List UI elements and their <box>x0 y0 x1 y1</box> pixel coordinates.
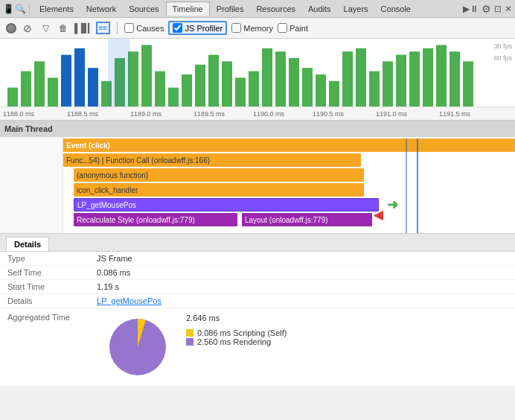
bar-chart-icon: ▌▊▎ <box>74 23 95 34</box>
time-label-7: 1191.5 ms <box>439 110 470 118</box>
svg-rect-20 <box>275 51 286 107</box>
legend-scripting: 0.086 ms Scripting (Self) <box>186 328 287 337</box>
svg-rect-24 <box>329 81 339 107</box>
flame-icon-handler[interactable]: icon_click_handler <box>74 183 364 197</box>
svg-rect-26 <box>356 48 366 107</box>
memory-check[interactable] <box>231 23 241 33</box>
tab-layers[interactable]: Layers <box>338 2 374 16</box>
tab-profiles[interactable]: Profiles <box>211 2 250 16</box>
tab-elements[interactable]: Elements <box>33 2 80 16</box>
time-label-5: 1190.5 ms <box>313 110 344 118</box>
filter-icon[interactable]: ▽ <box>39 22 52 35</box>
mobile-icon[interactable]: 📱 <box>3 4 14 14</box>
flame-recalc-style[interactable]: Recalculate Style (onloadwff.js:779) <box>74 213 237 226</box>
legend-rendering: 2.560 ms Rendering <box>186 337 287 346</box>
memory-checkbox[interactable]: Memory <box>231 23 273 33</box>
details-table: Type JS Frame Self Time 0.086 ms Start T… <box>0 252 515 386</box>
rendering-dot <box>186 338 193 346</box>
separator-1 <box>117 22 118 34</box>
svg-rect-18 <box>249 71 259 107</box>
pie-legend-area: 2.646 ms 0.086 ms Scripting (Self) 2.560… <box>186 314 287 346</box>
flame-func-call[interactable]: Func...54) | Function Call (onloadwff.js… <box>63 153 361 167</box>
svg-rect-19 <box>262 48 272 107</box>
selection-overlay <box>108 39 130 107</box>
details-tabs: Details <box>0 234 515 252</box>
details-row-details: Details LP_getMousePos <box>0 294 515 308</box>
record-button[interactable] <box>6 23 16 34</box>
svg-rect-1 <box>21 71 31 107</box>
js-profiler-checkbox-box[interactable]: JS Profiler <box>168 21 227 35</box>
flame-lp-getmousepos[interactable]: LP_getMousePos <box>74 198 379 211</box>
svg-rect-32 <box>436 45 447 107</box>
tab-console[interactable]: Console <box>375 2 417 16</box>
details-row-starttime: Start Time 1.19 s <box>0 280 515 294</box>
label-starttime: Start Time <box>0 280 89 294</box>
flame-anon-func[interactable]: (anonymous function) <box>74 168 364 182</box>
clear-icon[interactable]: ⊘ <box>21 22 34 35</box>
vline-1 <box>406 139 407 233</box>
svg-rect-14 <box>195 65 205 107</box>
timeline-toolbar: ⊘ ▽ 🗑 ▌▊▎ ≡≡ Causes JS Profiler Memory P… <box>0 18 515 39</box>
details-tab[interactable]: Details <box>6 237 49 251</box>
lp-getmousepos-link[interactable]: LP_getMousePos <box>97 296 161 305</box>
svg-rect-2 <box>34 61 45 107</box>
paint-checkbox[interactable]: Paint <box>278 23 308 33</box>
time-label-4: 1190.0 ms <box>253 110 284 118</box>
value-type: JS Frame <box>89 252 515 266</box>
svg-rect-0 <box>7 88 18 107</box>
svg-rect-22 <box>302 68 313 107</box>
time-ruler: 1188.0 ms 1188.5 ms 1189.0 ms 1189.5 ms … <box>0 106 515 120</box>
close-icon[interactable]: ✕ <box>505 4 512 14</box>
paint-check[interactable] <box>278 23 287 33</box>
value-details[interactable]: LP_getMousePos <box>89 294 515 308</box>
flame-layout[interactable]: Layout (onloadwff.js:779) <box>242 213 372 226</box>
js-profiler-check[interactable] <box>173 23 182 33</box>
run-icon[interactable]: ▶⏸ <box>463 4 479 14</box>
svg-rect-33 <box>450 51 460 107</box>
pointer-arrow: ◀ <box>374 208 383 222</box>
fps-chart: 30 fps 60 fps 1188.0 ms 1188.5 ms 1189.0… <box>0 39 515 121</box>
value-selftime: 0.086 ms <box>89 266 515 280</box>
tab-sources[interactable]: Sources <box>123 2 164 16</box>
causes-checkbox[interactable]: Causes <box>124 23 164 33</box>
pie-section: 2.646 ms 0.086 ms Scripting (Self) 2.560… <box>97 311 508 384</box>
svg-rect-10 <box>141 45 152 107</box>
dock-icon[interactable]: ⊡ <box>494 4 502 14</box>
details-panel: Details Type JS Frame Self Time 0.086 ms… <box>0 234 515 386</box>
timeline-view-icon[interactable]: ≡≡ <box>96 22 111 34</box>
label-aggregated: Aggregated Time <box>0 308 89 386</box>
label-type: Type <box>0 252 89 266</box>
tab-audits[interactable]: Audits <box>302 2 337 16</box>
label-details: Details <box>0 294 89 308</box>
details-row-type: Type JS Frame <box>0 252 515 266</box>
time-label-0: 1188.0 ms <box>3 110 34 118</box>
svg-rect-12 <box>168 88 179 107</box>
svg-rect-27 <box>369 71 380 107</box>
tab-resources[interactable]: Resources <box>250 2 301 16</box>
pie-total: 2.646 ms <box>186 314 287 322</box>
devtools-tabs: 📱 🔍 Elements Network Sources Timeline Pr… <box>0 0 515 18</box>
svg-rect-6 <box>88 68 98 107</box>
svg-rect-23 <box>316 74 326 107</box>
value-aggregated: 2.646 ms 0.086 ms Scripting (Self) 2.560… <box>89 308 515 386</box>
flame-event-click[interactable]: Event (click) <box>63 139 515 152</box>
svg-rect-13 <box>182 74 192 107</box>
svg-rect-11 <box>155 71 165 107</box>
svg-rect-15 <box>208 55 219 107</box>
label-selftime: Self Time <box>0 266 89 280</box>
svg-rect-30 <box>409 51 420 107</box>
pie-chart <box>104 314 171 381</box>
trash-icon[interactable]: 🗑 <box>57 22 70 35</box>
time-label-2: 1189.0 ms <box>130 110 161 118</box>
svg-rect-17 <box>235 77 246 107</box>
flamechart[interactable]: Event (click) Func...54) | Function Call… <box>0 137 515 234</box>
value-starttime: 1.19 s <box>89 280 515 294</box>
causes-check[interactable] <box>124 23 134 33</box>
settings-icon[interactable]: ⚙ <box>482 3 491 15</box>
green-arrow: ➜ <box>387 197 398 213</box>
details-row-aggregated: Aggregated Time <box>0 308 515 386</box>
inspect-icon[interactable]: 🔍 <box>15 4 26 14</box>
scripting-dot <box>186 329 193 337</box>
tab-timeline[interactable]: Timeline <box>166 1 210 16</box>
tab-network[interactable]: Network <box>80 2 122 16</box>
